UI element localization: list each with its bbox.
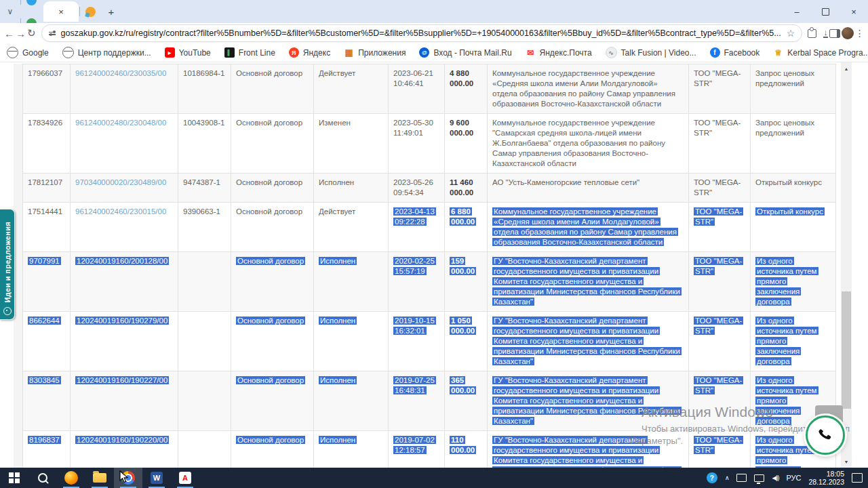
scrollbar-up-arrow-icon[interactable]: ▲ <box>841 64 852 73</box>
taskbar-firefox-button[interactable] <box>57 468 85 488</box>
taskbar-clock[interactable]: 18:05 28.12.2023 <box>808 470 844 486</box>
cell-contract: 961240002460/230015/00 <box>71 203 178 252</box>
action-center-icon[interactable] <box>852 473 863 483</box>
bookmark-item[interactable]: ▦Приложения <box>344 47 406 58</box>
contract-link[interactable]: 961240002480/230048/00 <box>75 119 166 127</box>
help-icon[interactable]: ? <box>707 472 717 483</box>
downloads-button[interactable]: ↓ <box>823 24 828 42</box>
window-maximize-button[interactable] <box>811 0 840 23</box>
cell-type: Основной договор <box>231 252 314 312</box>
call-widget-button[interactable] <box>806 415 845 455</box>
cell-status: Изменен <box>314 114 389 174</box>
window-close-button[interactable]: × <box>840 0 868 23</box>
cell-id: 8303845 <box>23 371 71 431</box>
bookmark-item[interactable]: ▌Front Line <box>224 47 275 58</box>
cell-text: 17514441 <box>28 207 62 216</box>
side-panel-button[interactable] <box>829 24 840 42</box>
taskbar-search-button[interactable] <box>28 468 57 488</box>
browser-tab-strip: ∨ Ge × →G▶GTVG◀)) + – × <box>0 0 868 23</box>
forward-button[interactable]: → <box>16 24 26 42</box>
cell-buy <box>178 252 231 312</box>
cell-text: Коммунальное государственное учреждение … <box>492 207 678 246</box>
taskbar-explorer-button[interactable] <box>85 468 114 488</box>
tab-goszakup[interactable] <box>79 0 102 23</box>
clock-time: 18:05 <box>827 470 844 478</box>
taskbar-word-button[interactable]: W <box>142 468 171 488</box>
cell-text: Исполнен <box>319 257 357 265</box>
close-tab-icon[interactable]: × <box>56 7 66 16</box>
cell-buy <box>178 312 231 371</box>
cell-date: 2023-06-21 10:46:41 <box>389 64 445 114</box>
cell-text: ГУ "Восточно-Казахстанский департамент г… <box>492 317 682 365</box>
cell-text: 11 460 000.00 <box>450 178 473 197</box>
active-tab[interactable]: × <box>43 1 79 22</box>
cell-method: Из одного источника путем прямого заключ… <box>751 312 836 371</box>
network-icon[interactable] <box>754 474 764 482</box>
cell-text: Запрос ценовых предложений <box>755 119 814 137</box>
display-icon[interactable] <box>736 474 747 482</box>
site-settings-icon[interactable] <box>49 32 56 35</box>
cell-text: 10186984-1 <box>183 69 224 77</box>
contract-link[interactable]: 961240002460/230035/00 <box>75 69 166 77</box>
bookmark-item[interactable]: Центр поддержки... <box>62 47 151 58</box>
contract-link[interactable]: 120240019160/190279/00 <box>75 317 169 325</box>
tray-expand-icon[interactable]: ∧ <box>725 474 730 481</box>
contract-link[interactable]: 120240019160/190227/00 <box>75 376 169 384</box>
reload-button[interactable]: ↻ <box>27 24 36 42</box>
profile-button[interactable] <box>842 24 854 42</box>
contract-link[interactable]: 120240019160/200128/00 <box>75 257 169 265</box>
cell-text: ГУ "Восточно-Казахстанский департамент г… <box>492 436 682 468</box>
cell-text: 17812107 <box>28 178 62 186</box>
cell-text: 961240002480/230048/00 <box>75 119 166 127</box>
cell-sum: 110 000.00 <box>445 431 488 468</box>
contract-link[interactable]: 961240002460/230015/00 <box>75 207 166 216</box>
cell-id: 17966037 <box>23 64 71 114</box>
window-minimize-button[interactable]: – <box>783 0 811 23</box>
contract-link[interactable]: 970340000020/230489/00 <box>75 178 166 186</box>
bookmark-item[interactable]: ∿Talk Fusion | Video... <box>606 47 696 58</box>
extensions-button[interactable] <box>808 24 816 42</box>
cell-text: 9390663-1 <box>183 207 220 216</box>
address-bar[interactable]: goszakup.gov.kz/ru/registry/contract?fil… <box>41 24 803 42</box>
taskbar-start-button[interactable] <box>0 468 28 488</box>
cell-sum: 4 880 000.00 <box>445 64 488 114</box>
new-tab-button[interactable]: + <box>102 0 121 23</box>
bookmark-item[interactable]: ЯЯндекс <box>289 47 330 58</box>
taskbar-chrome-button[interactable] <box>114 468 142 488</box>
bookmark-item[interactable]: ✉Яндекс.Почта <box>526 47 592 58</box>
bookmark-item[interactable]: @Вход - Почта Mail.Ru <box>419 47 511 58</box>
contract-link[interactable]: 120240019160/190220/00 <box>75 436 169 444</box>
scrollbar-thumb[interactable] <box>842 291 851 409</box>
bookmark-item[interactable]: ♕Kerbal Space Progra... <box>773 47 868 58</box>
cell-type: Основной договор <box>231 114 314 174</box>
language-indicator[interactable]: РУС <box>786 474 801 482</box>
bookmark-item[interactable]: fFacebook <box>710 47 760 58</box>
bookmark-label: Facebook <box>724 48 760 58</box>
feedback-ribbon[interactable]: Идеи и предложения <box>0 209 15 320</box>
bookmark-star-icon[interactable]: ☆ <box>787 28 795 39</box>
cell-supplier: ТОО "MEGA-STR" <box>689 203 751 252</box>
cell-sum: 9 600 000.00 <box>445 114 488 174</box>
cell-text: 10043908-1 <box>183 119 224 127</box>
cell-text: 2019-07-25 16:48:31 <box>393 376 436 394</box>
tab-search-chevron-icon[interactable]: ∨ <box>0 0 20 23</box>
frontline-icon: ▌ <box>224 47 235 58</box>
taskbar-acrobat-button[interactable]: A <box>171 468 199 488</box>
cell-status: Действует <box>314 64 389 114</box>
cell-method: Запрос ценовых предложений <box>751 64 836 114</box>
bookmark-label: Центр поддержки... <box>78 48 151 58</box>
back-button[interactable]: ← <box>4 24 14 42</box>
chrome-menu-button[interactable]: ⋮ <box>855 24 865 42</box>
bookmark-item[interactable]: Google <box>7 47 49 58</box>
yandex-icon: Я <box>289 47 299 58</box>
windows-start-icon <box>9 472 20 483</box>
cell-contract: 120240019160/190220/00 <box>71 431 178 468</box>
bookmark-item[interactable]: ▶YouTube <box>165 47 211 58</box>
cell-supplier: ТОО "MEGA-STR" <box>689 174 751 203</box>
cell-status: Исполнен <box>314 371 389 431</box>
scrollbar-down-arrow-icon[interactable]: ▼ <box>841 457 852 466</box>
tab-blue-app[interactable] <box>20 0 43 12</box>
url-text[interactable]: goszakup.gov.kz/ru/registry/contract?fil… <box>61 28 781 38</box>
cell-text: 17834926 <box>28 119 62 127</box>
speaker-icon[interactable]: ◀)) <box>772 474 778 481</box>
